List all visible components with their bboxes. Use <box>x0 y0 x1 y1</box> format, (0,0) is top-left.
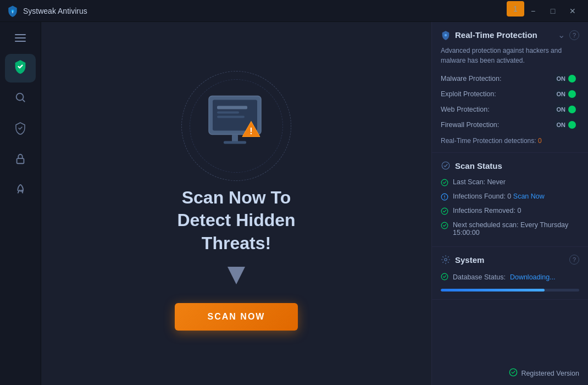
detections-label: Real-Time Protection detections: <box>441 137 536 145</box>
realtime-protection-header: Real-Time Protection ⌄ ? <box>441 30 579 40</box>
title-bar-left: i Systweak Antivirus <box>7 5 87 17</box>
realtime-title-group: Real-Time Protection <box>441 30 537 40</box>
maximize-button[interactable]: □ <box>544 3 562 19</box>
scan-heading-line2: Detect Hidden <box>177 209 295 232</box>
svg-rect-3 <box>17 158 24 163</box>
firewall-toggle-text: ON <box>557 122 566 128</box>
content-area: ! Scan Now To Detect Hidden Threats! SCA… <box>41 22 588 385</box>
check-shield-icon <box>14 122 27 138</box>
realtime-protection-title: Real-Time Protection <box>455 30 537 40</box>
scan-status-header: Scan Status <box>441 161 579 170</box>
svg-rect-8 <box>217 116 245 118</box>
lock-icon <box>14 153 26 168</box>
web-protection-label: Web Protection: <box>441 106 490 113</box>
web-toggle-text: ON <box>557 106 566 113</box>
realtime-expand-button[interactable]: ⌄ <box>558 30 565 40</box>
right-panel: Real-Time Protection ⌄ ? Advanced protec… <box>431 22 588 385</box>
scan-status-icon <box>441 161 451 170</box>
malware-protection-row: Malware Protection: ON <box>441 71 579 86</box>
scan-status-title: Scan Status <box>455 161 502 170</box>
last-scan-row: Last Scan: Never <box>441 176 579 190</box>
center-panel: ! Scan Now To Detect Hidden Threats! SCA… <box>41 22 431 385</box>
title-bar-controls: ⊞ 1 − □ ✕ <box>504 3 581 19</box>
system-title-group: System <box>441 255 484 265</box>
scan-status-title-group: Scan Status <box>441 161 502 170</box>
web-protection-toggle[interactable]: ON <box>554 105 580 114</box>
svg-rect-7 <box>217 111 239 113</box>
svg-marker-13 <box>228 267 245 284</box>
scan-status-section: Scan Status Last Scan: Never Infections … <box>432 153 588 247</box>
next-scan-icon <box>441 222 448 231</box>
exploit-protection-toggle[interactable]: ON <box>554 89 580 99</box>
sidebar-item-boost[interactable] <box>5 177 36 206</box>
infections-found-text: Infections Found: 0 Scan Now <box>453 193 545 200</box>
malware-protection-label: Malware Protection: <box>441 75 501 82</box>
web-toggle-dot <box>568 106 576 113</box>
sidebar-item-protection[interactable] <box>5 54 36 82</box>
hamburger-icon <box>15 34 26 42</box>
scan-heading: Scan Now To Detect Hidden Threats! <box>177 186 295 255</box>
malware-toggle-text: ON <box>557 75 566 82</box>
detections-row: Real-Time Protection detections: 0 <box>441 137 579 145</box>
next-scan-row: Next scheduled scan: Every Thursday 15:0… <box>441 219 579 239</box>
monitor-graphic: ! <box>181 76 291 175</box>
database-status-row: Database Status: Downloading... <box>441 270 579 284</box>
infections-found-icon <box>441 193 448 202</box>
infections-removed-text: Infections Removed: 0 <box>453 207 521 215</box>
notification-badge[interactable]: ⊞ 1 <box>504 3 522 19</box>
registered-icon <box>509 368 518 378</box>
infections-removed-icon <box>441 207 448 217</box>
right-footer: Registered Version <box>432 361 588 385</box>
title-bar: i Systweak Antivirus ⊞ 1 − □ ✕ <box>0 0 588 22</box>
svg-point-15 <box>442 162 450 169</box>
firewall-protection-toggle[interactable]: ON <box>554 120 580 130</box>
scan-heading-line3: Threats! <box>177 232 295 255</box>
scan-now-button[interactable]: SCAN NOW <box>175 303 298 331</box>
system-help-button[interactable]: ? <box>569 255 579 265</box>
sidebar-item-search[interactable] <box>5 85 36 113</box>
app-logo-icon: i <box>7 5 19 17</box>
svg-rect-9 <box>232 134 238 142</box>
system-title: System <box>455 255 484 265</box>
db-status-value: Downloading... <box>510 273 556 281</box>
db-progress-fill <box>441 289 545 292</box>
scan-now-link[interactable]: Scan Now <box>513 193 545 200</box>
realtime-help-button[interactable]: ? <box>569 30 579 40</box>
exploit-toggle-text: ON <box>557 91 566 97</box>
minimize-button[interactable]: − <box>524 3 542 19</box>
last-scan-text: Last Scan: Never <box>453 178 506 186</box>
realtime-protection-section: Real-Time Protection ⌄ ? Advanced protec… <box>432 22 588 153</box>
sidebar-item-scan[interactable] <box>5 116 36 144</box>
firewall-protection-row: Firewall Protection: ON <box>441 117 579 133</box>
db-progress-bar <box>441 289 579 292</box>
badge-count: 1 <box>507 1 524 16</box>
main-layout: ! Scan Now To Detect Hidden Threats! SCA… <box>0 22 588 385</box>
monitor-icon: ! <box>201 90 272 158</box>
svg-text:i: i <box>12 9 13 14</box>
shield-active-icon <box>13 59 28 78</box>
db-status-icon <box>441 273 448 282</box>
realtime-shield-icon <box>441 30 451 40</box>
svg-rect-6 <box>217 106 247 109</box>
infections-removed-row: Infections Removed: 0 <box>441 205 579 219</box>
system-section: System ? Database Status: Downloading... <box>432 247 588 300</box>
next-scan-text: Next scheduled scan: Every Thursday 15:0… <box>453 221 579 237</box>
hamburger-menu-button[interactable] <box>8 28 32 48</box>
infections-found-row: Infections Found: 0 Scan Now <box>441 190 579 205</box>
svg-point-20 <box>445 258 447 261</box>
web-protection-row: Web Protection: ON <box>441 102 579 117</box>
system-icon <box>441 255 451 265</box>
down-arrow-icon <box>223 265 249 292</box>
sidebar-item-security[interactable] <box>5 146 36 175</box>
scan-heading-line1: Scan Now To <box>177 186 295 210</box>
search-icon <box>14 91 26 107</box>
registered-version-label: Registered Version <box>521 370 579 377</box>
detections-count: 0 <box>538 137 542 145</box>
close-button[interactable]: ✕ <box>564 3 581 19</box>
svg-text:!: ! <box>249 126 252 135</box>
exploit-toggle-dot <box>568 90 576 98</box>
app-title: Systweak Antivirus <box>23 7 87 15</box>
realtime-description: Advanced protection against hackers and … <box>441 46 579 65</box>
malware-protection-toggle[interactable]: ON <box>554 74 580 84</box>
last-scan-icon <box>441 179 448 188</box>
